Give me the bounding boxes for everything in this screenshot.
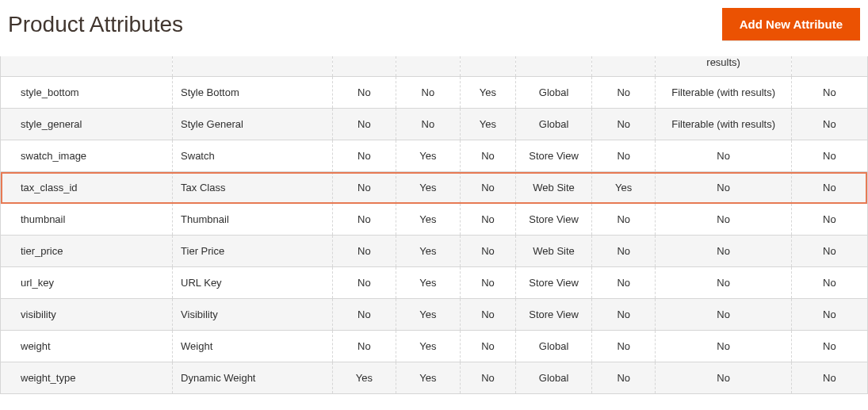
cell-use-in-layered: No (656, 267, 791, 299)
cell-system: Yes (396, 172, 461, 204)
cell-attribute-code: weight (1, 331, 173, 362)
cell-required: No (332, 77, 396, 109)
table-row[interactable]: url_keyURL KeyNoYesNoStore ViewNoNoNo (1, 267, 867, 299)
cell-use-in-layered: No (656, 172, 791, 204)
cell-default-label (173, 56, 332, 77)
cell-attribute-code: swatch_image (1, 140, 173, 172)
cell-required: No (332, 267, 396, 299)
cell-searchable: No (591, 77, 656, 109)
cell-default-label: Style General (173, 109, 332, 140)
cell-comparable: No (791, 77, 867, 109)
cell-use-in-layered: No (656, 299, 791, 331)
cell-system: Yes (396, 267, 461, 299)
cell-required: No (332, 109, 396, 140)
cell-required: No (332, 299, 396, 331)
cell-system: Yes (396, 362, 461, 394)
cell-use-in-layered: results) (656, 56, 791, 77)
cell-comparable: No (791, 172, 867, 204)
cell-visible: No (460, 362, 516, 394)
cell-scope: Global (516, 362, 592, 394)
cell-default-label: Thumbnail (173, 204, 332, 236)
cell-comparable: No (791, 140, 867, 172)
cell-visible: No (460, 236, 516, 267)
cell-searchable: Yes (591, 172, 656, 204)
cell-system: Yes (396, 140, 461, 172)
cell-attribute-code: style_general (1, 109, 173, 140)
cell-scope: Store View (516, 204, 592, 236)
cell-default-label: Dynamic Weight (173, 362, 332, 394)
cell-searchable: No (591, 204, 656, 236)
cell-comparable: No (791, 204, 867, 236)
cell-scope (516, 56, 592, 77)
cell-required (332, 56, 396, 77)
cell-system: No (396, 77, 461, 109)
cell-required: No (332, 236, 396, 267)
table-row[interactable]: tier_priceTier PriceNoYesNoWeb SiteNoNoN… (1, 236, 867, 267)
cell-visible: No (460, 267, 516, 299)
page-title: Product Attributes (8, 12, 183, 37)
cell-system: No (396, 109, 461, 140)
cell-visible: No (460, 299, 516, 331)
cell-default-label: Swatch (173, 140, 332, 172)
table-row[interactable]: visibilityVisibilityNoYesNoStore ViewNoN… (1, 299, 867, 331)
cell-visible: No (460, 140, 516, 172)
attributes-grid-container: results)style_bottomStyle BottomNoNoYesG… (0, 56, 868, 394)
cell-searchable: No (591, 140, 656, 172)
cell-scope: Store View (516, 299, 592, 331)
table-row[interactable]: results) (1, 56, 867, 77)
cell-comparable: No (791, 299, 867, 331)
cell-scope: Store View (516, 267, 592, 299)
cell-scope: Store View (516, 140, 592, 172)
cell-searchable: No (591, 331, 656, 362)
cell-comparable (791, 56, 867, 77)
attributes-grid: results)style_bottomStyle BottomNoNoYesG… (1, 56, 867, 393)
cell-comparable: No (791, 109, 867, 140)
cell-use-in-layered: No (656, 362, 791, 394)
cell-required: Yes (332, 362, 396, 394)
cell-visible: Yes (460, 109, 516, 140)
table-row[interactable]: thumbnailThumbnailNoYesNoStore ViewNoNoN… (1, 204, 867, 236)
cell-system: Yes (396, 204, 461, 236)
cell-searchable: No (591, 299, 656, 331)
cell-use-in-layered: No (656, 204, 791, 236)
cell-default-label: Style Bottom (173, 77, 332, 109)
cell-default-label: Tax Class (173, 172, 332, 204)
table-row[interactable]: style_bottomStyle BottomNoNoYesGlobalNoF… (1, 77, 867, 109)
cell-default-label: URL Key (173, 267, 332, 299)
cell-visible: No (460, 172, 516, 204)
cell-system: Yes (396, 331, 461, 362)
cell-scope: Web Site (516, 172, 592, 204)
cell-attribute-code: url_key (1, 267, 173, 299)
cell-scope: Global (516, 77, 592, 109)
cell-scope: Global (516, 331, 592, 362)
cell-comparable: No (791, 362, 867, 394)
table-row[interactable]: tax_class_idTax ClassNoYesNoWeb SiteYesN… (1, 172, 867, 204)
cell-searchable: No (591, 109, 656, 140)
cell-required: No (332, 204, 396, 236)
cell-searchable: No (591, 362, 656, 394)
cell-attribute-code: weight_type (1, 362, 173, 394)
cell-searchable (591, 56, 656, 77)
cell-use-in-layered: No (656, 140, 791, 172)
cell-comparable: No (791, 236, 867, 267)
table-row[interactable]: weightWeightNoYesNoGlobalNoNoNo (1, 331, 867, 362)
page-header: Product Attributes Add New Attribute (0, 0, 868, 56)
cell-default-label: Weight (173, 331, 332, 362)
cell-required: No (332, 331, 396, 362)
cell-use-in-layered: Filterable (with results) (656, 109, 791, 140)
cell-comparable: No (791, 267, 867, 299)
table-row[interactable]: weight_typeDynamic WeightYesYesNoGlobalN… (1, 362, 867, 394)
cell-required: No (332, 140, 396, 172)
cell-attribute-code: tax_class_id (1, 172, 173, 204)
cell-system (396, 56, 461, 77)
add-attribute-button[interactable]: Add New Attribute (722, 8, 860, 40)
cell-visible: No (460, 204, 516, 236)
cell-visible (460, 56, 516, 77)
cell-searchable: No (591, 267, 656, 299)
cell-attribute-code: thumbnail (1, 204, 173, 236)
cell-comparable: No (791, 331, 867, 362)
table-row[interactable]: style_generalStyle GeneralNoNoYesGlobalN… (1, 109, 867, 140)
cell-default-label: Visibility (173, 299, 332, 331)
table-row[interactable]: swatch_imageSwatchNoYesNoStore ViewNoNoN… (1, 140, 867, 172)
cell-system: Yes (396, 299, 461, 331)
